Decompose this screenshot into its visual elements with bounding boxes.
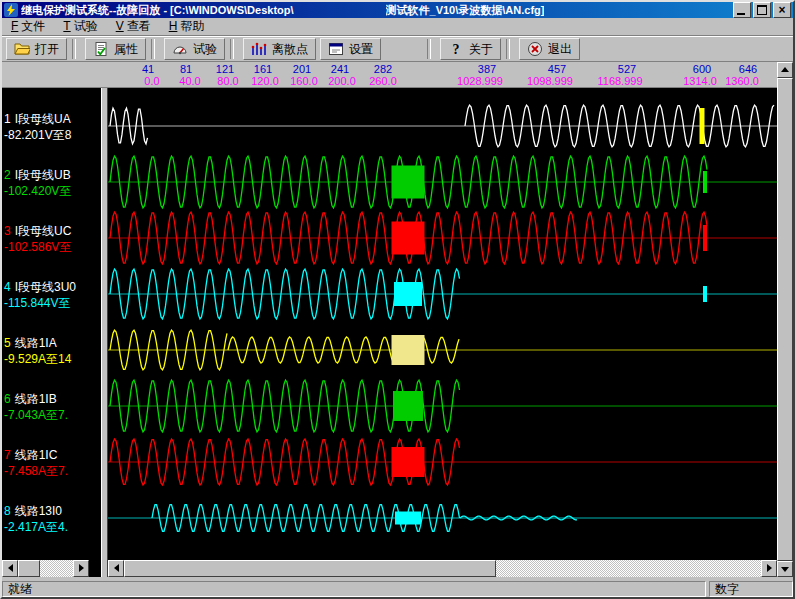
toolbar-button-label: 属性 [114,41,138,58]
ruler-time-label: 1360.0 [725,75,759,87]
channel-range: -2.417A至4. [4,519,68,535]
arrow-right-icon [79,564,84,572]
channel-label-7[interactable]: 7线路1IC-7.458A至7. [4,447,68,479]
channel-label-4[interactable]: 4I段母线3U0-115.844V至 [4,279,76,311]
arrow-left-icon [114,564,119,572]
ruler-sample-label: 41 [142,63,154,75]
fault-marker-ch6 [393,391,423,421]
app-icon [4,3,18,17]
channel-label-2[interactable]: 2I段母线UB-102.420V至 [4,167,71,199]
ruler-sample-label: 457 [548,63,566,75]
channel-label-8[interactable]: 8线路13I0-2.417A至4. [4,503,68,535]
channel-title-row: 1I段母线UA [4,111,71,127]
menu-item-label: 查看 [127,19,151,33]
menu-item-label: 文件 [21,19,45,33]
channel-range: -7.043A至7. [4,407,68,423]
menu-item-F[interactable]: F文件 [2,18,54,36]
toolbar-button-settings[interactable]: 设置 [320,38,381,60]
channel-label-1[interactable]: 1I段母线UA-82.201V至8 [4,111,71,143]
status-bar: 就绪 数字 [2,579,793,597]
menu-item-H[interactable]: H帮助 [160,18,214,36]
arrow-right-icon [767,564,772,572]
labels-hscrollbar[interactable] [2,560,89,577]
maximize-button[interactable] [753,2,771,18]
close-icon: × [778,4,785,16]
minimize-button[interactable] [733,2,751,18]
channel-name: 线路1IA [15,336,57,350]
fault-marker-ch2 [392,166,425,199]
toolbar-button-properties[interactable]: 属性 [85,38,146,60]
ruler-time-label: 120.0 [251,75,279,87]
ruler-sample-label: 201 [293,63,311,75]
plot-hscrollbar[interactable] [108,560,777,577]
svg-text:?: ? [453,42,460,57]
ruler-time-label: 160.0 [290,75,318,87]
channel-number: 6 [4,392,11,406]
time-ruler[interactable]: 410.08140.012180.0161120.0201160.0241200… [2,62,777,88]
channel-label-6[interactable]: 6线路1IB-7.043A至7. [4,391,68,423]
toolbar-button-gauge[interactable]: 试验 [164,38,225,60]
scroll-down-button[interactable] [777,561,793,577]
vertical-scrollbar[interactable] [777,62,793,577]
toolbar-button-question[interactable]: ?关于 [440,38,501,60]
discrete-points-icon [251,41,267,57]
plot-scroll-left-button[interactable] [108,560,124,577]
channel-name: 线路1IC [15,448,58,462]
close-button[interactable]: × [773,2,791,18]
cursor-tick-ch3 [703,225,707,251]
cursor-tick-ch1 [700,108,705,144]
toolbar-button-discrete-points[interactable]: 离散点 [243,38,316,60]
arrow-left-icon [8,564,13,572]
toolbar-button-label: 离散点 [272,41,308,58]
channel-label-5[interactable]: 5线路1IA-9.529A至14 [4,335,71,367]
question-icon: ? [448,41,464,57]
plot-scroll-right-button[interactable] [761,560,777,577]
channel-title-row: 3I段母线UC [4,223,71,239]
scroll-up-button[interactable] [777,62,793,78]
ruler-time-label: 200.0 [328,75,356,87]
toolbar: 打开属性试验离散点设置?关于退出 [2,36,793,62]
status-mode: 数字 [709,581,793,597]
channel-number: 4 [4,280,11,294]
vertical-scroll-thumb[interactable] [777,78,793,561]
channel-label-3[interactable]: 3I段母线UC-102.586V至 [4,223,71,255]
channel-name: 线路13I0 [15,504,62,518]
channel-number: 5 [4,336,11,350]
channel-title-row: 8线路13I0 [4,503,68,519]
channel-number: 1 [4,112,11,126]
toolbar-separator [230,39,234,59]
ruler-sample-label: 527 [618,63,636,75]
waveform-plot[interactable] [108,88,777,560]
toolbar-button-label: 关于 [469,41,493,58]
toolbar-button-open-folder[interactable]: 打开 [6,38,67,60]
ruler-sample-label: 282 [374,63,392,75]
ruler-time-label: 80.0 [217,75,238,87]
labels-scroll-left-button[interactable] [2,560,18,577]
plot-scroll-thumb[interactable] [124,560,496,577]
channel-number: 8 [4,504,11,518]
menu-item-label: 帮助 [180,19,204,33]
toolbar-button-exit[interactable]: 退出 [519,38,580,60]
fault-marker-ch4 [394,282,422,306]
gauge-icon [172,41,188,57]
ruler-time-label: 1098.999 [527,75,573,87]
ruler-time-label: 1168.999 [597,75,642,87]
menu-accelerator: F [11,19,18,33]
window-title-file: 测试软件_V10\录波数据\AN.cfg] [386,3,545,18]
channel-name: 线路1IB [15,392,57,406]
ruler-time-label: 0.0 [144,75,159,87]
panel-splitter[interactable] [101,88,108,577]
labels-scroll-right-button[interactable] [73,560,89,577]
open-folder-icon [14,41,30,57]
maximize-icon [757,5,767,15]
fault-marker-ch3 [392,222,425,255]
channel-range: -115.844V至 [4,295,76,311]
title-bar: 继电保护测试系统--故障回放 - [C:\WINDOWS\Desktop\ 测试… [2,2,793,18]
fault-marker-ch7 [392,447,425,477]
toolbar-button-label: 退出 [548,41,572,58]
menu-item-T[interactable]: T试验 [54,18,106,36]
ruler-ticks: 410.08140.012180.0161120.0201160.0241200… [108,62,777,88]
menu-item-V[interactable]: V查看 [107,18,160,36]
labels-scroll-thumb[interactable] [18,560,40,577]
waveform-svg [108,88,777,560]
